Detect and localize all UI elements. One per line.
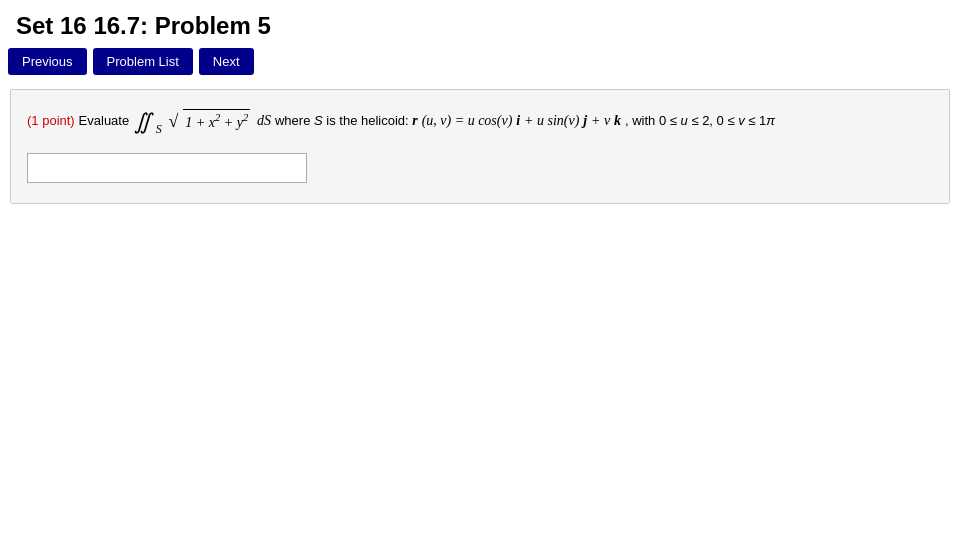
point-label: (1 point): [27, 113, 75, 128]
page-title: Set 16 16.7: Problem 5: [0, 0, 960, 48]
problem-list-button[interactable]: Problem List: [93, 48, 193, 75]
constraints: , with 0 ≤ u ≤ 2, 0 ≤ v ≤ 1π: [625, 113, 775, 128]
where-text: where S is the helicoid:: [275, 113, 412, 128]
next-button[interactable]: Next: [199, 48, 254, 75]
previous-button[interactable]: Previous: [8, 48, 87, 75]
i-vector: i: [516, 113, 520, 128]
problem-statement: (1 point) Evaluate ∬ S √ 1 + x2 + y2 dS …: [27, 104, 933, 139]
plus2: + v: [591, 113, 610, 128]
problem-box: (1 point) Evaluate ∬ S √ 1 + x2 + y2 dS …: [10, 89, 950, 204]
j-vector: j: [583, 113, 587, 128]
evaluate-label: Evaluate: [79, 113, 133, 128]
radicand: 1 + x2 + y2: [183, 109, 250, 134]
nav-buttons: Previous Problem List Next: [0, 48, 960, 85]
ds-symbol: dS: [257, 113, 271, 128]
r-function: r: [412, 113, 417, 128]
plus1: + u sin(v): [524, 113, 579, 128]
k-vector: k: [614, 113, 621, 128]
integral-symbol: ∬: [134, 109, 151, 134]
r-params: (u, v) = u cos(v): [422, 113, 513, 128]
answer-input[interactable]: [27, 153, 307, 183]
integral-subscript: S: [156, 122, 162, 136]
sqrt-symbol: √: [169, 111, 179, 131]
